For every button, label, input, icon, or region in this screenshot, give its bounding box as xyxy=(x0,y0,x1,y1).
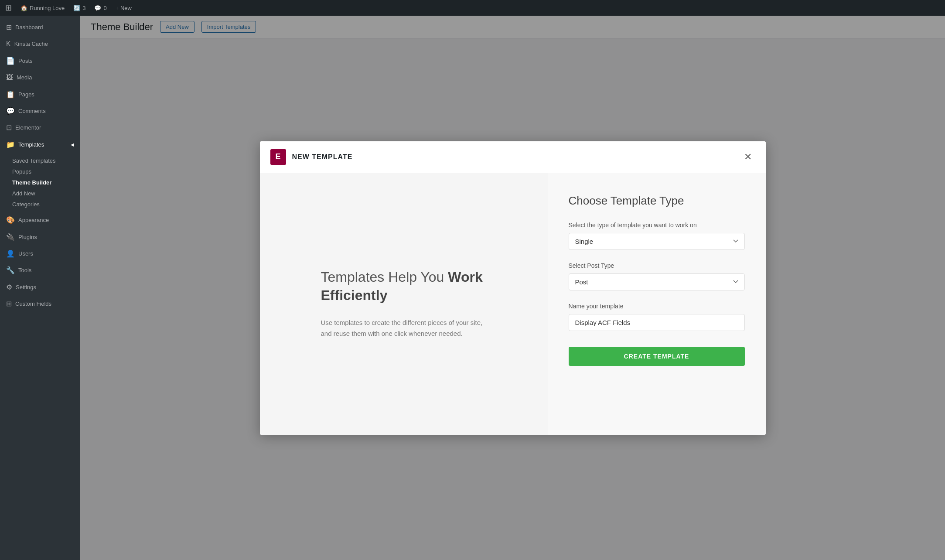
sidebar-item-popups[interactable]: Popups xyxy=(6,166,80,177)
post-type-group: Select Post Type Post Page Custom Post T… xyxy=(569,262,745,290)
modal-right-panel: Choose Template Type Select the type of … xyxy=(548,173,766,435)
modal-left-content: Templates Help You Work Efficiently Use … xyxy=(321,268,487,339)
modal-body: Templates Help You Work Efficiently Use … xyxy=(260,173,766,435)
settings-icon: ⚙ xyxy=(6,283,12,292)
sidebar: ⊞ Dashboard K Kinsta Cache 📄 Posts 🖼 Med… xyxy=(0,16,80,560)
sidebar-item-templates[interactable]: 📁 Templates ◀ xyxy=(0,137,80,153)
sidebar-item-theme-builder[interactable]: Theme Builder xyxy=(6,177,80,188)
plugins-icon: 🔌 xyxy=(6,232,15,242)
pages-icon: 📋 xyxy=(6,90,15,99)
elementor-modal-icon: E xyxy=(270,149,286,165)
sidebar-item-kinsta[interactable]: K Kinsta Cache xyxy=(0,36,80,52)
modal-backdrop[interactable]: E NEW TEMPLATE ✕ Templates Help You Work… xyxy=(80,16,945,560)
modal-left-heading: Templates Help You Work Efficiently xyxy=(321,268,487,304)
sidebar-item-posts[interactable]: 📄 Posts xyxy=(0,53,80,69)
post-type-label: Select Post Type xyxy=(569,262,745,269)
templates-arrow-icon: ◀ xyxy=(71,142,74,148)
content-area: Theme Builder Add New Import Templates E… xyxy=(80,16,945,560)
comments-count[interactable]: 💬 0 xyxy=(94,5,106,11)
template-type-group: Select the type of template you want to … xyxy=(569,222,745,250)
sidebar-item-appearance[interactable]: 🎨 Appearance xyxy=(0,212,80,229)
sidebar-item-add-new[interactable]: Add New xyxy=(6,188,80,199)
comments-icon: 💬 xyxy=(6,106,15,116)
updates-count[interactable]: 🔄 3 xyxy=(73,5,85,11)
sidebar-item-custom-fields[interactable]: ⊞ Custom Fields xyxy=(0,296,80,312)
template-name-label: Name your template xyxy=(569,303,745,310)
custom-fields-icon: ⊞ xyxy=(6,299,12,309)
sidebar-item-elementor[interactable]: ⊡ Elementor xyxy=(0,120,80,136)
modal-right-title: Choose Template Type xyxy=(569,194,745,208)
sidebar-item-settings[interactable]: ⚙ Settings xyxy=(0,279,80,296)
admin-bar: ⊞ 🏠 Running Love 🔄 3 💬 0 + New xyxy=(0,0,945,16)
sidebar-item-categories[interactable]: Categories xyxy=(6,199,80,210)
sidebar-item-pages[interactable]: 📋 Pages xyxy=(0,86,80,103)
media-icon: 🖼 xyxy=(6,73,13,82)
template-name-group: Name your template xyxy=(569,303,745,331)
sidebar-item-media[interactable]: 🖼 Media xyxy=(0,69,80,86)
modal-title: NEW TEMPLATE xyxy=(292,153,353,161)
sidebar-item-users[interactable]: 👤 Users xyxy=(0,246,80,262)
posts-icon: 📄 xyxy=(6,56,15,66)
sidebar-item-dashboard[interactable]: ⊞ Dashboard xyxy=(0,19,80,36)
sidebar-item-plugins[interactable]: 🔌 Plugins xyxy=(0,229,80,246)
tools-icon: 🔧 xyxy=(6,266,15,275)
modal-header: E NEW TEMPLATE ✕ xyxy=(260,141,766,173)
template-type-label: Select the type of template you want to … xyxy=(569,222,745,229)
sidebar-item-comments[interactable]: 💬 Comments xyxy=(0,103,80,120)
modal-left-panel: Templates Help You Work Efficiently Use … xyxy=(260,173,548,435)
new-button[interactable]: + New xyxy=(116,5,132,11)
template-type-select[interactable]: Single Page Archive Search Error 404 Hea… xyxy=(569,233,745,250)
appearance-icon: 🎨 xyxy=(6,215,15,225)
sidebar-item-tools[interactable]: 🔧 Tools xyxy=(0,262,80,279)
post-type-select[interactable]: Post Page Custom Post Type xyxy=(569,273,745,290)
template-name-input[interactable] xyxy=(569,314,745,331)
wp-logo-icon[interactable]: ⊞ xyxy=(5,3,12,13)
create-template-button[interactable]: CREATE TEMPLATE xyxy=(569,347,745,366)
modal-left-description: Use templates to create the different pi… xyxy=(321,317,487,339)
users-icon: 👤 xyxy=(6,249,15,259)
templates-icon: 📁 xyxy=(6,140,15,150)
templates-submenu: Saved Templates Popups Theme Builder Add… xyxy=(0,153,80,212)
new-template-modal: E NEW TEMPLATE ✕ Templates Help You Work… xyxy=(260,141,766,435)
modal-close-button[interactable]: ✕ xyxy=(740,150,755,164)
elementor-icon: ⊡ xyxy=(6,123,12,133)
sidebar-item-saved-templates[interactable]: Saved Templates xyxy=(6,155,80,166)
site-name[interactable]: 🏠 Running Love xyxy=(20,5,65,11)
kinsta-icon: K xyxy=(6,39,11,49)
dashboard-icon: ⊞ xyxy=(6,23,12,32)
